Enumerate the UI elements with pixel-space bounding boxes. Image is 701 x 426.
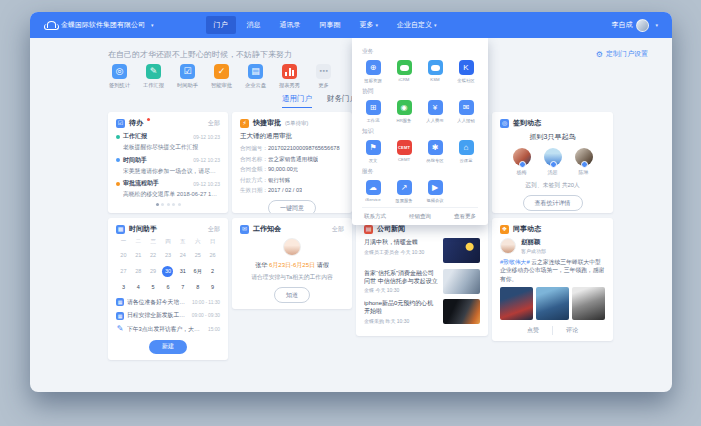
- one-click-approve-button[interactable]: 一键同意: [268, 200, 316, 213]
- column-1: ☑ 待办 全部 工作汇报09-12 10:23 老板提醒你尽快提交工作汇报 时间…: [108, 112, 228, 360]
- colleague-feed-card: ❖ 同事动态 赵丽颖 客户成功部 #致敬伟大# 云之家连续三年蝉联大中型企业移动…: [492, 218, 613, 341]
- contact-link[interactable]: 联系方式: [364, 213, 386, 220]
- news-item[interactable]: 月满中秋，情暖金蝶 金蝶员工委员会 今天 10:30: [364, 238, 480, 263]
- app-video-meeting[interactable]: ▶视频会议: [424, 180, 446, 203]
- photo[interactable]: [500, 287, 533, 320]
- quick-apps-row: ◎ 签到统计 ✎ 工作汇报 ☑ 时间助手 ✓ 智能审批 ▤ 企业云盘 报表秀秀: [106, 64, 337, 89]
- photo[interactable]: [572, 287, 605, 320]
- todo-item[interactable]: 工作汇报09-12 10:23 老板提醒你尽快提交工作汇报: [116, 132, 220, 152]
- notice-type: 请假: [317, 262, 329, 268]
- app-cloud-classroom[interactable]: ⌂云课堂: [455, 140, 477, 163]
- avatar: [636, 19, 649, 32]
- nav-item-more[interactable]: 更多▾: [352, 16, 387, 34]
- avatar: [513, 148, 531, 166]
- member[interactable]: 汤超: [544, 148, 562, 175]
- calendar-event[interactable]: ▦ 请各位准备好今天培训要使用的… 10:00 - 11:30: [116, 298, 220, 307]
- daily-motto: 在自己的才华还跟不上野心的时候，不妨静下来努力: [108, 49, 292, 60]
- chat-bubble-icon: [428, 60, 443, 75]
- calendar-event[interactable]: ✎ 下午3点出发拜访客户，大家准… 15:00: [116, 325, 220, 334]
- quick-app-more[interactable]: ⋯ 更多: [310, 64, 337, 89]
- quick-app-smart-approval[interactable]: ✓ 智能审批: [208, 64, 235, 89]
- app-ksm[interactable]: KSM: [424, 60, 446, 83]
- tab-general-portal[interactable]: 通用门户: [282, 94, 312, 108]
- app-announcement[interactable]: ⚑发文: [362, 140, 384, 163]
- quick-app-work-report[interactable]: ✎ 工作汇报: [140, 64, 167, 89]
- user-menu[interactable]: 李自成 ▾: [611, 19, 658, 32]
- calendar-event[interactable]: ▦ 日程安排全新发版工作分配：由… 09:00 - 09:30: [116, 311, 220, 320]
- app-iservice[interactable]: ☁iService: [362, 180, 384, 203]
- nav-item-portal[interactable]: 门户: [206, 16, 236, 34]
- customize-portal-button[interactable]: ⚙ 定制门户设置: [596, 49, 648, 59]
- app-bidding[interactable]: ⊕投标资源: [362, 60, 384, 83]
- sparkle-icon: ✱: [428, 140, 443, 155]
- news-item[interactable]: 首家“信托系”消费金融公司问世 中信信托参与发起设立 金蝶 今天 10:30: [364, 269, 480, 294]
- notice-all-link[interactable]: 全部: [332, 225, 344, 234]
- todo-all-link[interactable]: 全部: [208, 119, 220, 128]
- todo-text: 高晓松的移交退库单 2018-06-27 14:08 深圳总部…: [123, 190, 220, 199]
- chevron-down-icon: ▾: [434, 22, 437, 28]
- photo[interactable]: [536, 287, 569, 320]
- app-kingdee-community[interactable]: K金蝶社区: [455, 60, 477, 83]
- apps-dropdown-menu: 业务 ⊕投标资源 iCRM KSM K金蝶社区 协同 ⊞工作流 ◉HR服务 ¥人…: [352, 38, 488, 225]
- todo-item[interactable]: 时间助手09-12 10:23 宋美慧邀请你参加一场会议，请尽快响应: [116, 156, 220, 176]
- newspaper-icon: ▤: [364, 225, 373, 234]
- member-name: 汤超: [544, 169, 562, 175]
- todo-tag: 时间助手: [123, 156, 147, 165]
- card-title: 签到动态: [513, 118, 541, 128]
- chevron-down-icon: ▾: [655, 22, 658, 28]
- early-bird-avatars: 杨梅 汤超 陈琳: [500, 148, 605, 175]
- app-label: 人人报销: [456, 117, 476, 122]
- news-item[interactable]: iphone新品0元预约的心机开始啦 金蝶采购 昨天 10:30: [364, 299, 480, 324]
- calendar-icon: ▦: [116, 225, 125, 234]
- quick-app-checkin-stats[interactable]: ◎ 签到统计: [106, 64, 133, 89]
- todo-pagination[interactable]: [116, 203, 220, 206]
- view-more-link[interactable]: 查看更多: [454, 213, 476, 220]
- app-expense[interactable]: ¥人人费用: [424, 100, 446, 123]
- card-title: 工作知会: [253, 224, 281, 234]
- app-cemt[interactable]: CEMTCEMT: [393, 140, 415, 163]
- megaphone-icon: ⚑: [366, 140, 381, 155]
- todo-tag: 工作汇报: [123, 132, 147, 141]
- app-workflow[interactable]: ⊞工作流: [362, 100, 384, 123]
- app-label: 品牌专区: [425, 157, 445, 162]
- quick-app-label: 时间助手: [175, 82, 201, 89]
- today-cell: 30: [162, 266, 173, 277]
- nav-item-messages[interactable]: 消息: [239, 16, 269, 34]
- company-switcher[interactable]: 金蝶国际软件集团有限公司 ▾: [44, 20, 154, 30]
- bars-shape: [285, 68, 294, 76]
- comment-button[interactable]: 评论: [553, 326, 591, 335]
- new-event-button[interactable]: 新建: [149, 340, 187, 354]
- app-label: 云课堂: [456, 157, 476, 162]
- chevron-down-icon: ▾: [151, 22, 154, 28]
- field-value: 2017 / 02 / 03: [268, 187, 302, 195]
- top-navbar: 金蝶国际软件集团有限公司 ▾ 门户 消息 通讯录 同事圈 更多▾ 企业自定义▾ …: [30, 12, 672, 38]
- hashtag-link[interactable]: #致敬伟大#: [500, 259, 530, 265]
- app-reimburse[interactable]: ✉人人报销: [455, 100, 477, 123]
- app-icrm[interactable]: iCRM: [393, 60, 415, 83]
- view-stats-button[interactable]: 查看统计详情: [523, 195, 583, 211]
- feed-author[interactable]: 赵丽颖 客户成功部: [500, 238, 605, 254]
- app-brand-zone[interactable]: ✱品牌专区: [424, 140, 446, 163]
- portal-content: 在自己的才华还跟不上野心的时候，不妨静下来努力 ⚙ 定制门户设置 ◎ 签到统计 …: [30, 38, 672, 392]
- nav-item-contacts[interactable]: 通讯录: [272, 16, 309, 34]
- todo-item[interactable]: 审批流程助手09-12 10:23 高晓松的移交退库单 2018-06-27 1…: [116, 179, 220, 199]
- quick-app-time-assistant[interactable]: ☑ 时间助手: [174, 64, 201, 89]
- quick-app-report-show[interactable]: 报表秀秀: [276, 64, 303, 89]
- field-value: 90,000.00元: [268, 166, 298, 174]
- app-stock-service[interactable]: ↗股票服务: [393, 180, 415, 203]
- quick-app-cloud-disk[interactable]: ▤ 企业云盘: [242, 64, 269, 89]
- mini-calendar[interactable]: 一二三四五六日 20212223242526 27282930316月2 345…: [116, 238, 220, 293]
- field-label: 合同名称：: [240, 156, 268, 164]
- card-title: 快捷审批: [253, 118, 281, 128]
- event-text: 请各位准备好今天培训要使用的…: [127, 298, 189, 307]
- nav-item-custom[interactable]: 企业自定义▾: [389, 16, 445, 34]
- like-button[interactable]: 点赞: [514, 326, 553, 335]
- ellipsis-icon: ⋯: [316, 64, 331, 79]
- dealer-query-link[interactable]: 经销查询: [409, 213, 431, 220]
- acknowledge-button[interactable]: 知道: [274, 287, 310, 303]
- calendar-all-link[interactable]: 全部: [208, 225, 220, 234]
- nav-item-colleagues[interactable]: 同事圈: [312, 16, 349, 34]
- app-hr-service[interactable]: ◉HR服务: [393, 100, 415, 123]
- member[interactable]: 陈琳: [575, 148, 593, 175]
- member[interactable]: 杨梅: [513, 148, 531, 175]
